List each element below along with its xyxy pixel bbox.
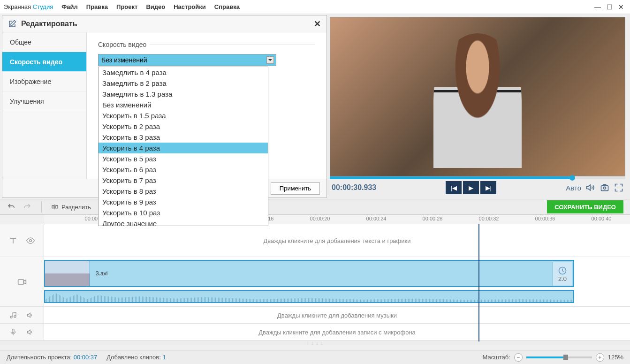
mic-track-hint: Дважды кликните для добавления записи с …: [44, 328, 630, 335]
speed-option[interactable]: Замедлить в 2 раза: [99, 78, 268, 89]
playback-handle[interactable]: [569, 175, 575, 181]
tab-general[interactable]: Общее: [2, 32, 86, 52]
zoom-handle[interactable]: [563, 355, 568, 360]
tab-speed[interactable]: Скорость видео: [2, 52, 86, 72]
app-name: Экранная Студия: [4, 3, 53, 10]
snapshot-icon[interactable]: [600, 183, 609, 192]
svg-rect-10: [12, 329, 14, 333]
speed-option[interactable]: Ускорить в 9 раз: [99, 197, 268, 207]
maximize-button[interactable]: ☐: [604, 2, 615, 12]
music-volume-icon[interactable]: [27, 311, 34, 319]
playback-bar[interactable]: [330, 176, 625, 179]
app-name-1: Экранная: [4, 3, 31, 10]
clips-label: Добавлено клипов:: [106, 354, 160, 361]
music-track-icon[interactable]: [9, 311, 17, 319]
ruler-tick: 00:00:28: [423, 216, 443, 221]
mic-volume-icon[interactable]: [27, 328, 34, 336]
track-mic-gutter: [0, 324, 44, 340]
track-mic-lane[interactable]: Дважды кликните для добавления записи с …: [44, 324, 630, 340]
tab-enhance[interactable]: Улучшения: [2, 91, 86, 111]
panel-title: Редактировать: [21, 20, 77, 28]
svg-point-9: [14, 315, 16, 317]
zoom-out-button[interactable]: −: [514, 353, 523, 362]
speed-option[interactable]: Без изменений: [99, 99, 268, 110]
track-video-lane[interactable]: 3.avi 2.0 Пе: [44, 257, 630, 306]
duration-value: 00:00:37: [74, 354, 98, 361]
play-button[interactable]: ▶: [463, 181, 479, 194]
playhead[interactable]: [478, 224, 479, 341]
edit-icon: [8, 20, 16, 28]
visibility-icon[interactable]: [26, 236, 35, 245]
menubar: Экранная Студия Файл Правка Проект Видео…: [0, 0, 630, 14]
video-preview[interactable]: [330, 17, 625, 176]
preview-controls: 00:00:30.933 |◀ ▶ ▶| Авто: [330, 179, 625, 196]
fullscreen-icon[interactable]: [614, 183, 623, 192]
menu-edit[interactable]: Правка: [86, 3, 108, 10]
menu-help[interactable]: Справка: [214, 3, 240, 10]
zoom-slider[interactable]: [526, 356, 592, 358]
speed-option[interactable]: Ускорить в 7 раз: [99, 175, 268, 186]
menu-project[interactable]: Проект: [116, 3, 137, 10]
speed-option[interactable]: Ускорить в 6 раз: [99, 164, 268, 175]
speed-option[interactable]: Замедлить в 1.3 раза: [99, 89, 268, 99]
track-mic: Дважды кликните для добавления записи с …: [0, 324, 630, 341]
apply-button[interactable]: Применить: [271, 182, 320, 195]
play-buttons: |◀ ▶ ▶|: [446, 181, 496, 194]
next-button[interactable]: ▶|: [480, 181, 496, 194]
speed-option[interactable]: Ускорить в 5 раз: [99, 153, 268, 164]
minimize-button[interactable]: —: [592, 2, 603, 12]
menu-settings[interactable]: Настройки: [174, 3, 206, 10]
video-track-icon[interactable]: [17, 277, 27, 287]
split-button[interactable]: Разделить: [51, 203, 91, 211]
close-button[interactable]: ✕: [616, 2, 626, 12]
menu-video[interactable]: Видео: [146, 3, 165, 10]
tab-image[interactable]: Изображение: [2, 72, 86, 91]
ruler-tick: 00:00:20: [310, 216, 330, 221]
split-icon: [51, 203, 59, 211]
status-clips: Добавлено клипов: 1: [106, 354, 166, 361]
mic-track-icon[interactable]: [9, 328, 17, 336]
svg-rect-3: [56, 205, 58, 208]
main-area: Редактировать ✕ Общее Скорость видео Изо…: [0, 14, 630, 199]
speed-option[interactable]: Ускорить в 3 раза: [99, 132, 268, 143]
playback-progress: [330, 176, 572, 179]
speed-option[interactable]: Другое значение: [99, 218, 268, 226]
menu-file[interactable]: Файл: [61, 3, 78, 10]
undo-icon[interactable]: [7, 203, 16, 211]
ruler-tick: 00:00:40: [592, 216, 612, 221]
track-video: 3.avi 2.0 Пе: [0, 257, 630, 307]
video-clip[interactable]: 3.avi 2.0: [44, 260, 574, 287]
panel-close-button[interactable]: ✕: [314, 19, 321, 29]
svg-rect-6: [18, 280, 23, 284]
speed-option[interactable]: Ускорить в 1.5 раза: [99, 110, 268, 121]
preview-right-icons: Авто: [566, 183, 623, 192]
speed-option[interactable]: Ускорить в 10 раз: [99, 207, 268, 218]
clip-speed-badge: 2.0: [553, 262, 572, 286]
ruler-tick: 00:00:36: [535, 216, 555, 221]
speed-icon: [558, 266, 567, 275]
timeline-grip[interactable]: ⋮⋮⋮⋮: [0, 341, 630, 345]
text-track-icon[interactable]: [9, 236, 17, 245]
track-text: Дважды кликните для добавления текста и …: [0, 224, 630, 257]
track-text-lane[interactable]: Дважды кликните для добавления текста и …: [44, 224, 630, 257]
volume-icon[interactable]: [586, 183, 595, 192]
redo-icon[interactable]: [23, 203, 32, 211]
speed-option[interactable]: Ускорить в 8 раз: [99, 186, 268, 197]
speed-option[interactable]: Замедлить в 4 раза: [99, 67, 268, 78]
save-video-button[interactable]: СОХРАНИТЬ ВИДЕО: [547, 200, 623, 213]
audio-waveform[interactable]: [44, 290, 574, 303]
prev-button[interactable]: |◀: [446, 181, 462, 194]
zoom-in-button[interactable]: +: [596, 353, 604, 362]
auto-label[interactable]: Авто: [566, 184, 581, 192]
music-track-hint: Дважды кликните для добавления музыки: [44, 311, 630, 318]
panel-header: Редактировать ✕: [2, 15, 326, 32]
track-text-gutter: [0, 224, 44, 257]
duration-label: Длительность проекта:: [7, 354, 72, 361]
dropdown-arrow-icon[interactable]: [266, 56, 274, 64]
track-music-lane[interactable]: Дважды кликните для добавления музыки: [44, 307, 630, 323]
speed-option[interactable]: Ускорить в 4 раза: [99, 143, 268, 153]
split-label: Разделить: [61, 204, 91, 211]
speed-dropdown: Замедлить в 4 разаЗамедлить в 2 разаЗаме…: [98, 67, 268, 226]
speed-select[interactable]: Без изменений Замедлить в 4 разаЗамедлит…: [98, 54, 276, 66]
speed-option[interactable]: Ускорить в 2 раза: [99, 121, 268, 132]
